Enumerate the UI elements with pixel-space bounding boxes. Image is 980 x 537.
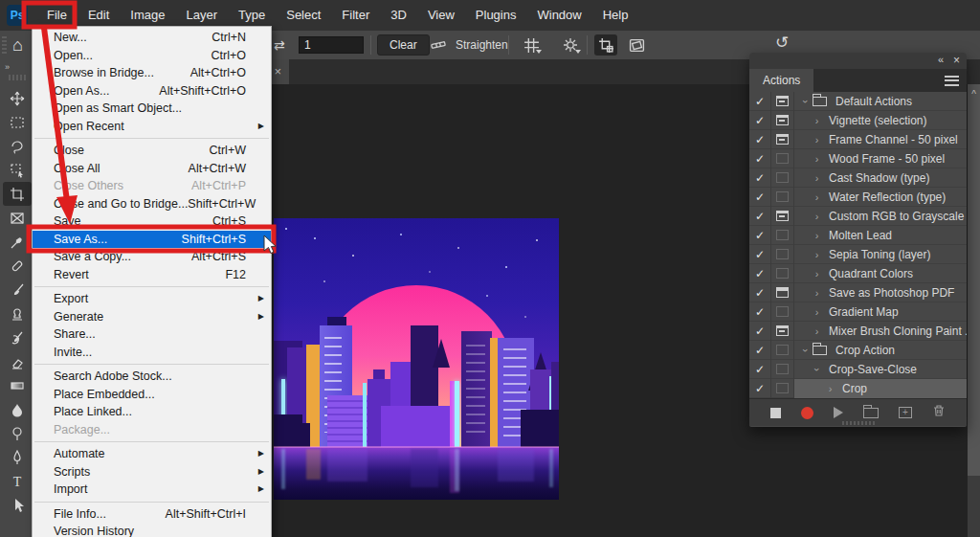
- dialog-toggle[interactable]: [771, 245, 794, 264]
- expand-caret-icon[interactable]: ›: [811, 268, 823, 280]
- action-row[interactable]: ✓ › Save as Photoshop PDF: [749, 283, 967, 302]
- include-checkbox[interactable]: ✓: [749, 283, 771, 302]
- dialog-toggle[interactable]: [771, 379, 794, 398]
- file-menu-item[interactable]: Share...: [33, 325, 271, 344]
- gradient-tool[interactable]: [3, 373, 32, 397]
- include-checkbox[interactable]: ✓: [749, 245, 771, 264]
- action-row[interactable]: ✓ › Default Actions: [749, 92, 967, 111]
- menubar-item[interactable]: Window: [526, 0, 591, 31]
- reset-icon[interactable]: ↺: [775, 35, 789, 55]
- collapsed-panel-dock[interactable]: ^: [968, 84, 980, 476]
- clear-button[interactable]: Clear: [377, 34, 430, 56]
- menubar-item[interactable]: Select: [276, 0, 331, 31]
- include-checkbox[interactable]: ✓: [749, 341, 771, 360]
- options-grip[interactable]: [2, 36, 7, 54]
- action-row[interactable]: ✓ › Sepia Toning (layer): [749, 245, 967, 264]
- dialog-toggle[interactable]: [771, 111, 794, 130]
- menubar-item[interactable]: Help: [592, 0, 639, 31]
- object-selection-tool[interactable]: [3, 158, 32, 182]
- expand-caret-icon[interactable]: ›: [812, 363, 823, 375]
- history-brush-tool[interactable]: [3, 325, 32, 349]
- toolbar-collapse-icon[interactable]: »: [0, 59, 34, 75]
- new-set-folder-icon[interactable]: [863, 408, 879, 418]
- play-icon[interactable]: [834, 407, 843, 418]
- file-menu-item[interactable]: Open As... Alt+Shift+Ctrl+O: [33, 82, 271, 101]
- action-row[interactable]: ✓ › Crop Action: [749, 341, 967, 360]
- expand-caret-icon[interactable]: ›: [811, 230, 823, 241]
- include-checkbox[interactable]: ✓: [749, 322, 771, 341]
- include-checkbox[interactable]: ✓: [749, 302, 771, 322]
- action-row[interactable]: ✓ › Wood Frame - 50 pixel: [749, 149, 967, 168]
- dialog-toggle[interactable]: [771, 207, 794, 226]
- include-checkbox[interactable]: ✓: [749, 149, 771, 168]
- eyedropper-tool[interactable]: [3, 230, 32, 254]
- file-menu-item[interactable]: Open as Smart Object...: [33, 100, 271, 118]
- file-menu-item[interactable]: Search Adobe Stock...: [33, 368, 271, 386]
- file-menu-item[interactable]: Open... Ctrl+O: [33, 47, 271, 65]
- file-menu-item[interactable]: Generate ▶: [33, 308, 271, 326]
- file-menu-item[interactable]: Version History: [33, 523, 271, 537]
- dialog-toggle[interactable]: [771, 149, 794, 168]
- file-menu-item[interactable]: Save a Copy... Alt+Ctrl+S: [33, 248, 271, 266]
- clone-stamp-tool[interactable]: [3, 302, 32, 325]
- file-menu-item[interactable]: Import ▶: [33, 481, 271, 499]
- action-row[interactable]: ✓ › Gradient Map: [749, 302, 967, 322]
- close-panel-icon[interactable]: ×: [953, 54, 960, 67]
- healing-brush-tool[interactable]: [3, 254, 32, 278]
- dialog-toggle[interactable]: [771, 341, 794, 360]
- expand-caret-icon[interactable]: ›: [811, 115, 823, 126]
- file-menu-item[interactable]: File Info... Alt+Shift+Ctrl+I: [33, 505, 271, 524]
- action-row[interactable]: ✓ › Frame Channel - 50 pixel: [749, 130, 967, 149]
- action-row[interactable]: ✓ › Water Reflection (type): [749, 188, 967, 207]
- file-menu-item[interactable]: Close Others Alt+Ctrl+P: [33, 177, 271, 195]
- crop-tool[interactable]: [3, 182, 32, 206]
- blur-tool[interactable]: [3, 397, 32, 421]
- record-icon[interactable]: [801, 407, 813, 419]
- expand-caret-icon[interactable]: ›: [811, 325, 823, 337]
- actions-tab[interactable]: Actions: [749, 69, 813, 92]
- dialog-toggle[interactable]: [771, 130, 794, 149]
- file-menu-item[interactable]: Close Ctrl+W: [33, 142, 271, 160]
- file-menu-item[interactable]: Browse in Bridge... Alt+Ctrl+O: [33, 64, 271, 82]
- expand-caret-icon[interactable]: ›: [811, 249, 823, 260]
- action-row[interactable]: ✓ › Crop: [749, 379, 967, 398]
- menubar-item[interactable]: 3D: [380, 0, 417, 31]
- new-action-icon[interactable]: +: [899, 407, 912, 418]
- expand-caret-icon[interactable]: ›: [811, 287, 823, 299]
- dialog-toggle[interactable]: [771, 302, 794, 322]
- expand-caret-icon[interactable]: ›: [811, 172, 823, 184]
- brush-tool[interactable]: [3, 278, 32, 302]
- type-tool[interactable]: T: [3, 469, 32, 493]
- file-menu-item[interactable]: Invite...: [33, 344, 271, 362]
- file-menu-item[interactable]: Open Recent ▶: [33, 118, 271, 136]
- dialog-toggle[interactable]: [771, 360, 794, 379]
- dodge-tool[interactable]: [3, 421, 32, 445]
- pen-tool[interactable]: [3, 445, 32, 469]
- menubar-item[interactable]: View: [417, 0, 465, 31]
- panel-menu-icon[interactable]: [945, 76, 959, 86]
- expand-caret-icon[interactable]: ›: [811, 134, 823, 145]
- action-row[interactable]: ✓ › Vignette (selection): [749, 111, 967, 130]
- file-menu-item[interactable]: Close and Go to Bridge... Shift+Ctrl+W: [33, 195, 271, 213]
- action-row[interactable]: ✓ › Molten Lead: [749, 226, 967, 245]
- delete-icon[interactable]: [932, 404, 946, 421]
- move-tool[interactable]: [3, 86, 32, 110]
- file-menu-item[interactable]: Scripts ▶: [33, 463, 271, 481]
- close-tab-icon[interactable]: ×: [274, 64, 281, 79]
- dialog-toggle[interactable]: [771, 226, 794, 245]
- path-selection-tool[interactable]: [3, 493, 32, 517]
- include-checkbox[interactable]: ✓: [749, 111, 771, 130]
- include-checkbox[interactable]: ✓: [749, 207, 771, 226]
- rectangular-marquee-tool[interactable]: [3, 110, 32, 134]
- lasso-tool[interactable]: [3, 134, 32, 158]
- toolbar-grip[interactable]: [9, 75, 26, 80]
- action-row[interactable]: ✓ › Custom RGB to Grayscale: [749, 207, 967, 226]
- file-menu-item[interactable]: Save Ctrl+S: [33, 213, 271, 231]
- include-checkbox[interactable]: ✓: [749, 92, 771, 111]
- expand-caret-icon[interactable]: ›: [824, 383, 836, 394]
- expand-caret-icon[interactable]: ›: [811, 153, 823, 165]
- action-row[interactable]: ✓ › Cast Shadow (type): [749, 168, 967, 188]
- file-menu-item[interactable]: New... Ctrl+N: [33, 29, 271, 47]
- action-row[interactable]: ✓ › Quadrant Colors: [749, 264, 967, 283]
- include-checkbox[interactable]: ✓: [749, 360, 771, 379]
